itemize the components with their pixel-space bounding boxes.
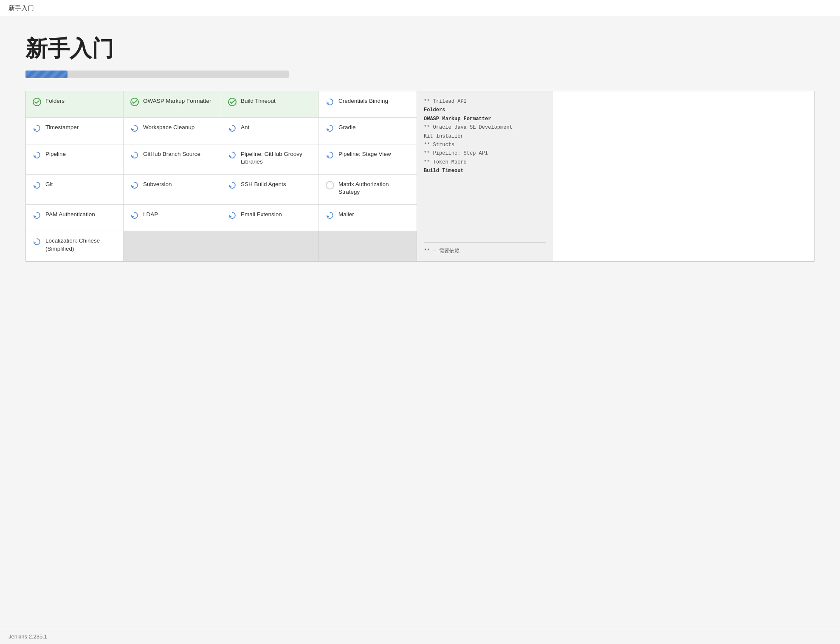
refresh-icon xyxy=(33,151,41,159)
plugin-name: PAM Authentication xyxy=(45,211,95,219)
plugin-cell: Workspace Cleanup xyxy=(124,118,221,144)
plugin-name: Pipeline: GitHub Groovy Libraries xyxy=(241,150,312,167)
side-panel-line: Kit Installer xyxy=(424,132,546,141)
refresh-icon xyxy=(33,211,41,220)
plugin-cell: Folders xyxy=(26,91,124,118)
side-panel-line: ** Pipeline: Step API xyxy=(424,149,546,158)
side-panel-line: ** Structs xyxy=(424,141,546,149)
refresh-icon xyxy=(228,211,237,220)
refresh-icon xyxy=(130,151,139,159)
side-panel-footer: ** – 需要依赖 xyxy=(424,242,546,255)
plugin-cell xyxy=(319,231,417,261)
refresh-icon xyxy=(326,98,334,106)
plugin-name: LDAP xyxy=(143,211,158,219)
top-bar-title: 新手入门 xyxy=(8,4,34,11)
side-panel: ** Trilead APIFoldersOWASP Markup Format… xyxy=(417,91,553,261)
refresh-icon xyxy=(33,181,41,189)
check-icon xyxy=(228,98,237,106)
side-panel-line: OWASP Markup Formatter xyxy=(424,115,546,123)
plugin-cell: Timestamper xyxy=(26,118,124,144)
refresh-icon xyxy=(130,181,139,189)
progress-container xyxy=(25,71,289,78)
side-panel-line: Build Timeout xyxy=(424,167,546,175)
plugin-name: Ant xyxy=(241,124,249,132)
plugin-name: Git xyxy=(45,181,53,189)
main-content: 新手入门 Folders OWASP Markup Formatter Buil… xyxy=(0,17,840,270)
plugin-cell: Pipeline: Stage View xyxy=(319,144,417,175)
plugin-cell: Git xyxy=(26,175,124,205)
plugin-name: Email Extension xyxy=(241,211,282,219)
page-title: 新手入门 xyxy=(25,34,815,64)
side-panel-line: Folders xyxy=(424,106,546,114)
plugin-name: OWASP Markup Formatter xyxy=(143,97,211,105)
check-icon xyxy=(130,98,139,106)
refresh-icon xyxy=(228,124,237,133)
refresh-icon xyxy=(130,124,139,133)
plugin-cell: Pipeline xyxy=(26,144,124,175)
plugin-name: Matrix Authorization Strategy xyxy=(338,181,410,197)
plugin-name: Localization: Chinese (Simplified) xyxy=(45,237,116,253)
refresh-icon xyxy=(130,211,139,220)
plugin-name: Workspace Cleanup xyxy=(143,124,194,132)
refresh-icon xyxy=(228,181,237,189)
plugin-cell: Gradle xyxy=(319,118,417,144)
plugin-name: Timestamper xyxy=(45,124,79,132)
plugin-grid-wrapper: Folders OWASP Markup Formatter Build Tim… xyxy=(25,91,815,262)
plugin-name: Folders xyxy=(45,97,65,105)
side-panel-content: ** Trilead APIFoldersOWASP Markup Format… xyxy=(424,97,546,242)
refresh-icon xyxy=(326,211,334,220)
side-panel-line: ** Oracle Java SE Development xyxy=(424,123,546,132)
refresh-icon xyxy=(33,237,41,246)
plugin-cell: Build Timeout xyxy=(221,91,319,118)
plugin-name: GitHub Branch Source xyxy=(143,150,200,158)
plugin-cell: PAM Authentication xyxy=(26,205,124,231)
plugin-cell: Ant xyxy=(221,118,319,144)
plugin-grid: Folders OWASP Markup Formatter Build Tim… xyxy=(26,91,417,261)
plugin-cell: LDAP xyxy=(124,205,221,231)
progress-bar xyxy=(25,71,68,78)
plugin-cell: Matrix Authorization Strategy xyxy=(319,175,417,205)
top-bar: 新手入门 xyxy=(0,0,840,17)
plugin-cell: Credentials Binding xyxy=(319,91,417,118)
plugin-cell: Subversion xyxy=(124,175,221,205)
side-panel-line: ** Trilead API xyxy=(424,97,546,106)
refresh-icon xyxy=(33,124,41,133)
plugin-cell: GitHub Branch Source xyxy=(124,144,221,175)
side-panel-line: ** Token Macro xyxy=(424,158,546,167)
refresh-icon xyxy=(228,151,237,159)
plugin-cell: OWASP Markup Formatter xyxy=(124,91,221,118)
plugin-name: Gradle xyxy=(338,124,356,132)
plugin-cell xyxy=(124,231,221,261)
check-icon xyxy=(33,98,41,106)
plugin-cell: Pipeline: GitHub Groovy Libraries xyxy=(221,144,319,175)
plugin-name: Pipeline xyxy=(45,150,66,158)
refresh-icon xyxy=(326,151,334,159)
refresh-icon xyxy=(326,124,334,133)
plugin-name: SSH Build Agents xyxy=(241,181,286,189)
plugin-cell: Mailer xyxy=(319,205,417,231)
plugin-cell xyxy=(221,231,319,261)
circle-icon xyxy=(326,181,334,189)
plugin-name: Pipeline: Stage View xyxy=(338,150,391,158)
plugin-name: Credentials Binding xyxy=(338,97,388,105)
plugin-cell: SSH Build Agents xyxy=(221,175,319,205)
plugin-name: Subversion xyxy=(143,181,172,189)
plugin-name: Mailer xyxy=(338,211,354,219)
plugin-name: Build Timeout xyxy=(241,97,276,105)
plugin-cell: Email Extension xyxy=(221,205,319,231)
plugin-cell: Localization: Chinese (Simplified) xyxy=(26,231,124,261)
